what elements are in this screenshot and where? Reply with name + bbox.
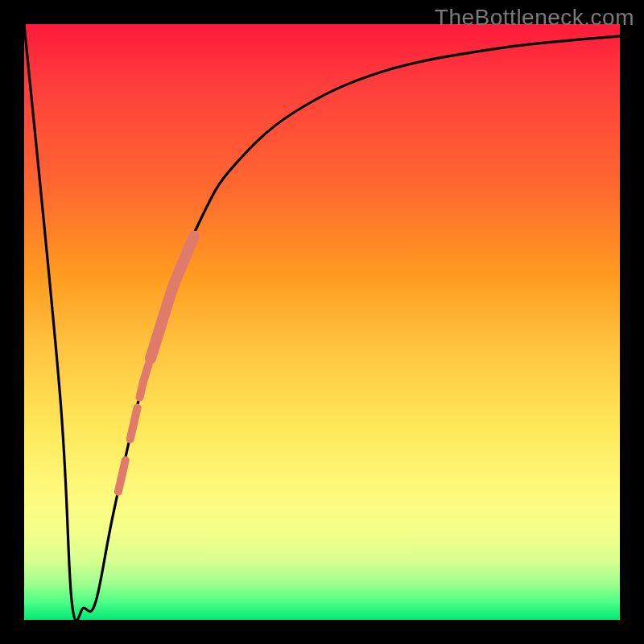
watermark-text: TheBottleneck.com <box>435 5 634 31</box>
plot-area <box>24 24 620 620</box>
chart-frame: TheBottleneck.com <box>0 0 644 644</box>
curve-layer <box>24 24 620 620</box>
highlight-segment <box>140 365 149 398</box>
highlight-segment <box>151 236 194 358</box>
bottleneck-curve <box>24 24 620 621</box>
highlight-segment <box>130 408 138 440</box>
highlight-markers <box>118 236 194 491</box>
highlight-segment <box>118 460 126 492</box>
